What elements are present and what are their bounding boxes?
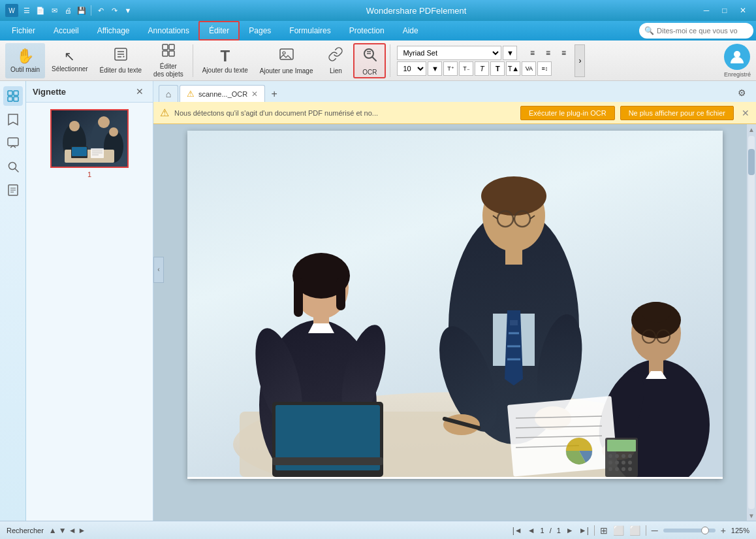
- nav-prev-btn[interactable]: ◄: [528, 526, 535, 535]
- save-icon[interactable]: 💾: [76, 5, 87, 16]
- thumbnail-close-button[interactable]: ✕: [133, 85, 146, 98]
- scroll-up-arrow[interactable]: ▲: [747, 124, 756, 135]
- svg-rect-12: [8, 91, 12, 95]
- svg-rect-69: [505, 245, 522, 265]
- view-double-btn[interactable]: ⬜: [613, 525, 624, 536]
- panel-collapse-button[interactable]: ‹: [153, 257, 164, 283]
- user-avatar[interactable]: [724, 44, 750, 70]
- sidebar-thumbnail-icon[interactable]: [3, 86, 23, 106]
- view-single-btn[interactable]: ⊞: [600, 525, 608, 536]
- svg-point-101: [628, 461, 632, 465]
- maximize-button[interactable]: □: [717, 5, 732, 16]
- scrollbar-vertical[interactable]: ▲ ▼: [747, 124, 756, 521]
- ribbon-expand-btn[interactable]: ›: [575, 44, 585, 77]
- ocr-run-button[interactable]: Exécuter le plug-in OCR: [520, 106, 615, 120]
- search-up-btn[interactable]: ▲: [49, 526, 57, 535]
- view-scroll-btn[interactable]: ⬜: [629, 525, 640, 536]
- align-left-btn[interactable]: ≡: [525, 46, 539, 60]
- menu-affichage[interactable]: Affichage: [88, 21, 139, 41]
- tab-settings-icon[interactable]: ⚙: [732, 84, 751, 102]
- ribbon-lien[interactable]: Lien: [319, 43, 352, 78]
- menu-editer[interactable]: Éditer: [198, 21, 240, 41]
- font-spacing-btn[interactable]: VA: [522, 61, 536, 76]
- ribbon-ajouter-image[interactable]: Ajouter une Image: [255, 43, 319, 78]
- thumbnail-page-1[interactable]: [50, 109, 129, 168]
- search-next-btn[interactable]: ►: [78, 526, 86, 535]
- menu-aide[interactable]: Aide: [394, 21, 428, 41]
- ribbon-editer-texte[interactable]: Éditer du texte: [95, 43, 147, 78]
- status-search-label: Rechercher: [7, 527, 44, 534]
- tab-close-icon[interactable]: ✕: [251, 90, 258, 99]
- menu-search-input[interactable]: [657, 27, 748, 35]
- font-size-select[interactable]: 10: [397, 61, 426, 76]
- svg-point-97: [628, 454, 632, 458]
- svg-rect-2: [169, 44, 174, 50]
- font-subscript-btn[interactable]: T₋: [459, 61, 473, 76]
- dropdown-icon[interactable]: ▼: [122, 5, 134, 16]
- nav-last-btn[interactable]: ►|: [579, 526, 589, 535]
- ajouter-image-label: Ajouter une Image: [260, 67, 313, 75]
- sidebar-pages-icon[interactable]: [3, 180, 23, 200]
- sidebar-search-icon[interactable]: [3, 157, 23, 176]
- font-bold-btn[interactable]: T: [490, 61, 505, 76]
- ocr-close-icon[interactable]: ✕: [742, 108, 749, 118]
- menu-accueil[interactable]: Accueil: [44, 21, 88, 41]
- doc-tab-scanned[interactable]: ⚠ scanne..._OCR ✕: [180, 85, 265, 102]
- doc-area: ⌂ ⚠ scanne..._OCR ✕ + ⚙ ⚠ Nous détectons…: [153, 81, 756, 521]
- nav-next-btn[interactable]: ►: [566, 526, 574, 535]
- minimize-button[interactable]: ─: [699, 5, 714, 16]
- ribbon-ocr[interactable]: OCR: [353, 43, 386, 78]
- sidebar-comment-icon[interactable]: [3, 133, 23, 153]
- search-down-btn[interactable]: ▼: [59, 526, 67, 535]
- doc-page: [187, 131, 723, 479]
- undo-icon[interactable]: ↶: [95, 5, 106, 16]
- ocr-dismiss-button[interactable]: Ne plus afficher pour ce fichier: [620, 106, 734, 120]
- ribbon-selectionner[interactable]: ↖ Sélectionner: [46, 43, 93, 78]
- font-family-select[interactable]: Myriad Set: [397, 46, 501, 60]
- outil-main-label: Outil main: [10, 66, 40, 74]
- zoom-slider[interactable]: [663, 529, 716, 532]
- menu-bar: Fichier Accueil Affichage Annotations Éd…: [0, 21, 756, 41]
- zoom-out-btn[interactable]: ─: [652, 525, 658, 536]
- menu-protection[interactable]: Protection: [340, 21, 394, 41]
- new-tab-button[interactable]: +: [266, 86, 282, 102]
- search-prev-btn[interactable]: ◄: [69, 526, 76, 535]
- scroll-down-arrow[interactable]: ▼: [747, 510, 756, 521]
- menu-fichier[interactable]: Fichier: [3, 21, 44, 41]
- menu-formulaires[interactable]: Formulaires: [280, 21, 339, 41]
- font-superscript-btn[interactable]: T⁺: [443, 61, 458, 76]
- font-italic-btn[interactable]: T: [475, 61, 489, 76]
- editer-texte-label: Éditer du texte: [100, 67, 142, 74]
- ribbon-editer-objets[interactable]: Éditerdes objets: [148, 43, 189, 78]
- svg-point-28: [98, 116, 110, 128]
- selectionner-label: Sélectionner: [52, 65, 88, 73]
- font-expand-btn[interactable]: ▼: [503, 46, 517, 60]
- menu-search-box[interactable]: 🔍: [639, 23, 753, 39]
- menu-pages[interactable]: Pages: [240, 21, 280, 41]
- menu-icon[interactable]: ☰: [21, 5, 33, 16]
- redo-icon[interactable]: ↷: [108, 5, 120, 16]
- font-size-expand-btn[interactable]: ▼: [428, 61, 442, 76]
- nav-first-btn[interactable]: |◄: [512, 526, 522, 535]
- print-icon[interactable]: 🖨: [62, 5, 74, 16]
- ribbon-ajouter-texte[interactable]: T Ajouter du texte: [197, 43, 253, 78]
- align-center-btn[interactable]: ≡: [541, 46, 555, 60]
- font-size-up-btn[interactable]: T▲: [506, 61, 520, 76]
- email-icon[interactable]: ✉: [48, 5, 60, 16]
- tab-home-icon[interactable]: ⌂: [159, 85, 178, 102]
- menu-annotations[interactable]: Annotations: [139, 21, 198, 41]
- svg-point-104: [622, 467, 625, 471]
- close-button[interactable]: ✕: [735, 5, 751, 16]
- doc-viewport: ▲ ▼: [153, 124, 756, 521]
- align-right-btn[interactable]: ≡: [556, 46, 571, 60]
- new-file-icon[interactable]: 📄: [35, 5, 46, 16]
- ribbon: ✋ Outil main ↖ Sélectionner Éditer du te…: [0, 41, 756, 81]
- ribbon-outil-main[interactable]: ✋ Outil main: [5, 43, 45, 78]
- font-line-height-btn[interactable]: ≡↕: [537, 61, 552, 76]
- link-icon: [328, 46, 343, 66]
- svg-rect-1: [163, 44, 168, 50]
- svg-point-99: [615, 461, 619, 465]
- zoom-in-btn[interactable]: +: [721, 525, 726, 536]
- scroll-thumb[interactable]: [748, 149, 755, 175]
- sidebar-bookmark-icon[interactable]: [3, 110, 23, 129]
